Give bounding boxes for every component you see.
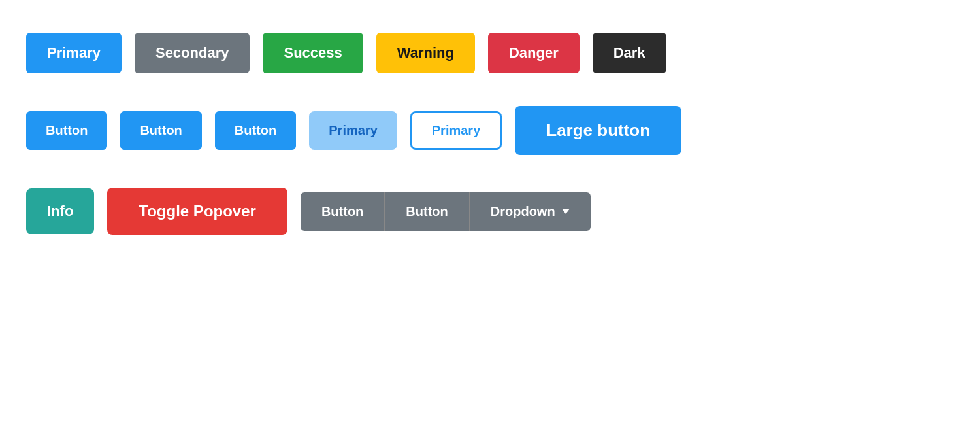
button-2[interactable]: Button <box>120 111 201 150</box>
primary-button[interactable]: Primary <box>26 33 122 73</box>
light-blue-primary-button[interactable]: Primary <box>309 111 397 150</box>
group-dropdown-button[interactable]: Dropdown <box>470 192 591 231</box>
group-button-1[interactable]: Button <box>301 192 385 231</box>
group-button-2[interactable]: Button <box>385 192 469 231</box>
chevron-down-icon <box>562 209 570 214</box>
dark-button[interactable]: Dark <box>593 33 666 73</box>
secondary-button[interactable]: Secondary <box>135 33 250 73</box>
dropdown-label: Dropdown <box>491 204 555 219</box>
success-button[interactable]: Success <box>263 33 363 73</box>
warning-button[interactable]: Warning <box>376 33 475 73</box>
button-3[interactable]: Button <box>215 111 296 150</box>
button-group: Button Button Dropdown <box>301 192 591 231</box>
button-1[interactable]: Button <box>26 111 107 150</box>
misc-buttons-row: Info Toggle Popover Button Button Dropdo… <box>26 188 954 235</box>
blue-buttons-row: Button Button Button Primary Primary Lar… <box>26 106 954 155</box>
outline-primary-button[interactable]: Primary <box>410 111 502 150</box>
info-button[interactable]: Info <box>26 188 94 234</box>
large-button[interactable]: Large button <box>515 106 681 155</box>
toggle-popover-button[interactable]: Toggle Popover <box>107 188 287 235</box>
danger-button[interactable]: Danger <box>488 33 580 73</box>
variant-buttons-row: Primary Secondary Success Warning Danger… <box>26 33 954 73</box>
